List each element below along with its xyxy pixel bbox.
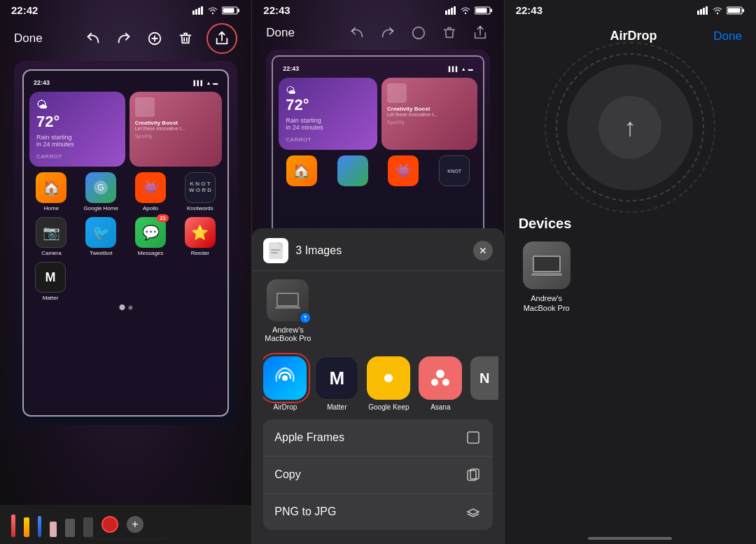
annotate-button[interactable] xyxy=(145,29,164,48)
trash-button-2[interactable] xyxy=(440,23,459,43)
weather-temp: 72° xyxy=(36,113,118,131)
google-keep-svg xyxy=(376,365,401,391)
weather-label: CARROT xyxy=(36,153,118,160)
png-to-jpg-action[interactable]: PNG to JPG xyxy=(263,494,492,530)
svg-rect-7 xyxy=(223,8,234,13)
svg-point-40 xyxy=(717,12,718,13)
rect-icon-svg xyxy=(466,431,480,445)
share-title: 3 Images xyxy=(295,244,465,257)
status-icons-3 xyxy=(697,6,745,15)
share-button-2[interactable] xyxy=(470,23,490,43)
airdrop-circle-container xyxy=(263,356,307,400)
app-grid-3: M Matter xyxy=(29,262,222,301)
asana-share-icon[interactable] xyxy=(419,356,462,400)
app-home-icon: 🏠 xyxy=(36,172,66,203)
app-camera-label: Camera xyxy=(41,250,61,256)
mini-time: 22:43 xyxy=(34,79,50,86)
trash-button[interactable] xyxy=(176,29,195,48)
svg-rect-13 xyxy=(445,11,447,15)
mini-battery: ▬ xyxy=(213,81,218,85)
share-header: 3 Images ✕ xyxy=(252,228,503,271)
app-apollo-icon-2: 👾 xyxy=(388,155,419,186)
done-button-2[interactable]: Done xyxy=(266,26,295,40)
spotify-widget-2: Creativity Boost Let these innovative t.… xyxy=(382,78,477,150)
mini-signal: ▌▌▌ xyxy=(194,81,204,85)
app-home-2: 🏠 xyxy=(279,155,324,186)
widget-row-2: 🌤 72° Rain startingin 24 minutes CARROT … xyxy=(279,78,477,150)
time-1: 22:42 xyxy=(11,4,38,16)
copy-action[interactable]: Copy xyxy=(263,456,492,494)
battery-icon-2 xyxy=(475,6,493,15)
svg-rect-37 xyxy=(700,9,702,15)
svg-point-32 xyxy=(442,379,449,386)
app-messages: 💬 21 Messages xyxy=(129,217,173,256)
google-keep-share-wrap: Google Keep xyxy=(367,356,410,411)
copy-icon xyxy=(465,466,482,483)
tool-pencil[interactable] xyxy=(38,512,41,537)
airdrop-share-button[interactable] xyxy=(263,356,307,400)
time-2: 22:43 xyxy=(263,4,290,16)
google-keep-share-icon[interactable] xyxy=(367,356,410,400)
device-macbook-icon[interactable]: ⇡ xyxy=(267,279,309,321)
matter-share-icon[interactable]: M xyxy=(315,356,358,400)
device-macbook-airdrop-icon[interactable] xyxy=(523,242,570,289)
tool-eraser[interactable] xyxy=(50,512,57,537)
svg-point-17 xyxy=(464,12,465,13)
signal-icon xyxy=(192,6,204,15)
app-home: 🏠 Home xyxy=(29,172,74,211)
svg-rect-0 xyxy=(192,11,195,15)
tool-marker[interactable] xyxy=(24,512,29,537)
tool-pen[interactable] xyxy=(11,512,15,537)
share-sheet: 3 Images ✕ ⇡ Andrew'sMacBook Pro xyxy=(252,228,503,544)
undo-button[interactable] xyxy=(83,29,103,48)
mini-wifi: ▲ xyxy=(206,81,211,85)
app-apollo: 👾 Apollo xyxy=(129,172,173,211)
apple-frames-label: Apple Frames xyxy=(274,431,344,444)
svg-rect-42 xyxy=(742,8,744,12)
status-bar-1: 22:42 xyxy=(0,0,251,19)
app-google-home-2 xyxy=(330,155,375,186)
mini-status-2: 22:43 ▌▌▌ ▲ ▬ xyxy=(279,62,477,75)
spotify-label-2: Spotify xyxy=(387,120,472,125)
matter-label: Matter xyxy=(327,403,346,411)
airdrop-done-button[interactable]: Done xyxy=(713,29,742,43)
tool-lasso2[interactable] xyxy=(83,512,93,537)
status-icons-1 xyxy=(192,6,240,15)
color-picker-red[interactable] xyxy=(102,516,118,533)
album-art-2 xyxy=(387,83,407,103)
app-apollo-icon: 👾 xyxy=(135,172,166,203)
redo-button[interactable] xyxy=(114,29,134,48)
done-button-1[interactable]: Done xyxy=(14,32,43,46)
redo-button-2[interactable] xyxy=(378,23,398,43)
screenshot-frame-1: 22:43 ▌▌▌ ▲ ▬ 🌤 72° Rain startingin 24 m… xyxy=(22,69,229,417)
weather-desc-2: Rain startingin 24 minutes xyxy=(286,117,370,131)
share-button[interactable] xyxy=(206,23,237,54)
asana-svg xyxy=(428,365,453,391)
undo-button-2[interactable] xyxy=(347,23,367,43)
svg-rect-3 xyxy=(201,6,203,15)
signal-icon-3 xyxy=(697,6,708,15)
app-grid-mini-2: 🏠 👾 KNOT xyxy=(279,155,477,186)
apple-frames-action[interactable]: Apple Frames xyxy=(263,419,492,456)
google-keep-label: Google Keep xyxy=(368,403,409,411)
annotate-button-2[interactable] xyxy=(409,23,428,43)
radar-outer: ↑ xyxy=(567,64,693,190)
app-messages-label: Messages xyxy=(138,250,163,256)
airdrop-view: 22:43 xyxy=(505,0,756,544)
tool-lasso[interactable] xyxy=(65,512,75,537)
toolbar-1: Done xyxy=(0,19,251,58)
weather-desc: Rain startingin 24 minutes xyxy=(36,134,118,148)
svg-rect-20 xyxy=(475,8,486,13)
svg-rect-46 xyxy=(531,273,562,276)
app-reeder: ⭐ Reeder xyxy=(178,217,222,256)
copy-label: Copy xyxy=(274,468,300,481)
app-google-home-icon: G xyxy=(85,172,116,203)
time-3: 22:43 xyxy=(516,4,542,16)
partial-share-icon[interactable]: N xyxy=(470,356,498,400)
app-knotwords-icon-2: KNOT xyxy=(439,155,470,186)
panel-share-sheet: 22:43 Done xyxy=(252,0,503,544)
app-tweetbot-icon: 🐦 xyxy=(85,217,116,248)
wifi-icon-2 xyxy=(460,6,471,15)
share-close-button[interactable]: ✕ xyxy=(473,241,493,260)
add-tool-button[interactable]: + xyxy=(127,516,144,533)
